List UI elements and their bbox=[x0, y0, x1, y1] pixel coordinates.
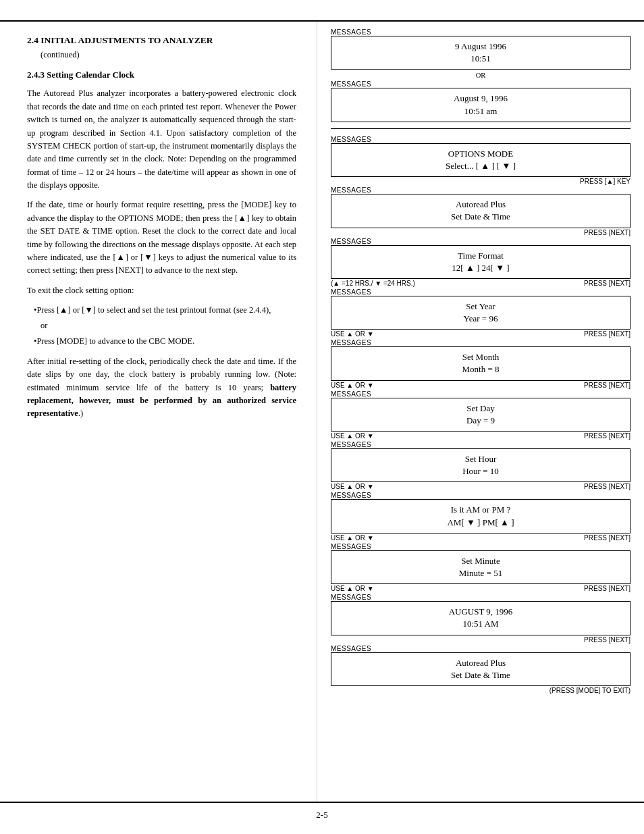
display-group-9: MESSAGESAUGUST 9, 199610:51 AMPRESS [NEX… bbox=[331, 594, 630, 643]
display-group-8: MESSAGESSet MinuteMinute = 51USE ▲ OR ▼P… bbox=[331, 543, 630, 592]
page: 2.4 INITIAL ADJUSTMENTS TO ANALYZER (con… bbox=[0, 0, 644, 834]
use-label-2: (▲ =12 HRS./ ▼ =24 HRS.) bbox=[331, 280, 415, 287]
left-column: 2.4 INITIAL ADJUSTMENTS TO ANALYZER (con… bbox=[0, 22, 317, 802]
press-label-7: PRESS [NEXT] bbox=[584, 534, 630, 542]
messages-label-main-7: MESSAGES bbox=[331, 492, 630, 499]
messages-label-2: MESSAGES bbox=[331, 80, 630, 88]
display-box-1: 9 August 1996 10:51 bbox=[331, 36, 630, 70]
press-label-5: PRESS [NEXT] bbox=[584, 432, 630, 440]
messages-label-main-10: MESSAGES bbox=[331, 645, 630, 652]
messages-label-main-5: MESSAGES bbox=[331, 390, 630, 398]
after-label-4: USE ▲ OR ▼PRESS [NEXT] bbox=[331, 382, 630, 389]
after-label-6: USE ▲ OR ▼PRESS [NEXT] bbox=[331, 483, 630, 490]
display-group-6: MESSAGESSet HourHour = 10USE ▲ OR ▼PRESS… bbox=[331, 441, 630, 490]
display-box-main-4: Set MonthMonth = 8 bbox=[331, 346, 630, 380]
bullet1: •Press [▲] or [▼] to select and set the … bbox=[34, 304, 296, 317]
display-group-0: MESSAGESOPTIONS MODESelect... [ ▲ ] [ ▼ … bbox=[331, 136, 630, 185]
or1: or bbox=[41, 321, 296, 331]
continued-label: (continued) bbox=[41, 49, 296, 61]
display-box-main-5: Set DayDay = 9 bbox=[331, 398, 630, 432]
use-label-7: USE ▲ OR ▼ bbox=[331, 534, 374, 542]
paragraph2: If the date, time or hourly format requi… bbox=[27, 199, 296, 277]
press-label-6: PRESS [NEXT] bbox=[584, 483, 630, 490]
display-box-main-8: Set MinuteMinute = 51 bbox=[331, 550, 630, 584]
messages-label-main-3: MESSAGES bbox=[331, 288, 630, 296]
top-displays: MESSAGES 9 August 1996 10:51 OR MESSAGES… bbox=[331, 28, 630, 123]
press-label-4: PRESS [NEXT] bbox=[584, 382, 630, 389]
display-group-5: MESSAGESSet DayDay = 9USE ▲ OR ▼PRESS [N… bbox=[331, 390, 630, 440]
display-box-2: August 9, 1996 10:51 am bbox=[331, 88, 630, 122]
press-label-2: PRESS [NEXT] bbox=[584, 280, 630, 287]
page-number: 2-5 bbox=[316, 810, 327, 820]
messages-label-main-0: MESSAGES bbox=[331, 136, 630, 143]
page-footer: 2-5 bbox=[0, 803, 644, 820]
messages-label-main-8: MESSAGES bbox=[331, 543, 630, 550]
display-group-10: MESSAGESAutoread PlusSet Date & Time(PRE… bbox=[331, 645, 630, 694]
display-items-container: MESSAGESOPTIONS MODESelect... [ ▲ ] [ ▼ … bbox=[331, 136, 630, 694]
right-main-section: MESSAGESOPTIONS MODESelect... [ ▲ ] [ ▼ … bbox=[331, 134, 630, 694]
after-label-3: USE ▲ OR ▼PRESS [NEXT] bbox=[331, 330, 630, 338]
display-box-main-10: Autoread PlusSet Date & Time bbox=[331, 652, 630, 686]
display-box-main-0: OPTIONS MODESelect... [ ▲ ] [ ▼ ] bbox=[331, 143, 630, 177]
after-label-8: USE ▲ OR ▼PRESS [NEXT] bbox=[331, 585, 630, 592]
press-label-3: PRESS [NEXT] bbox=[584, 330, 630, 338]
use-label-5: USE ▲ OR ▼ bbox=[331, 432, 374, 440]
after-label-1: PRESS [NEXT] bbox=[331, 229, 630, 236]
content-area: 2.4 INITIAL ADJUSTMENTS TO ANALYZER (con… bbox=[0, 20, 644, 803]
after-label-0: PRESS [▲] KEY bbox=[331, 178, 630, 185]
display-group-7: MESSAGESIs it AM or PM ?AM[ ▼ ] PM[ ▲ ]U… bbox=[331, 492, 630, 541]
paragraph1: The Autoread Plus analyzer incorporates … bbox=[27, 87, 296, 192]
messages-label-main-1: MESSAGES bbox=[331, 186, 630, 194]
press-label-8: PRESS [NEXT] bbox=[584, 585, 630, 592]
display-box-main-9: AUGUST 9, 199610:51 AM bbox=[331, 601, 630, 635]
display-box-main-7: Is it AM or PM ?AM[ ▼ ] PM[ ▲ ] bbox=[331, 499, 630, 533]
right-column: MESSAGES 9 August 1996 10:51 OR MESSAGES… bbox=[317, 22, 644, 802]
display-box-main-6: Set HourHour = 10 bbox=[331, 448, 630, 482]
use-label-6: USE ▲ OR ▼ bbox=[331, 483, 374, 490]
after-label-10: (PRESS [MODE] TO EXIT) bbox=[331, 687, 630, 694]
use-label-4: USE ▲ OR ▼ bbox=[331, 382, 374, 389]
messages-label-main-6: MESSAGES bbox=[331, 441, 630, 448]
after-label-7: USE ▲ OR ▼PRESS [NEXT] bbox=[331, 534, 630, 542]
display-box-main-2: Time Format12[ ▲ ] 24[ ▼ ] bbox=[331, 245, 630, 279]
after-label-2: (▲ =12 HRS./ ▼ =24 HRS.)PRESS [NEXT] bbox=[331, 280, 630, 287]
display-group-2: MESSAGESTime Format12[ ▲ ] 24[ ▼ ](▲ =12… bbox=[331, 238, 630, 287]
section-title: 2.4 INITIAL ADJUSTMENTS TO ANALYZER bbox=[27, 35, 296, 46]
paragraph3: To exit the clock setting option: bbox=[27, 284, 296, 297]
messages-label-main-9: MESSAGES bbox=[331, 594, 630, 601]
bullet2: •Press [MODE] to advance to the CBC MODE… bbox=[34, 335, 296, 348]
or-label: OR bbox=[331, 72, 630, 79]
use-label-8: USE ▲ OR ▼ bbox=[331, 585, 374, 592]
display-group-4: MESSAGESSet MonthMonth = 8USE ▲ OR ▼PRES… bbox=[331, 339, 630, 388]
paragraph4: After initial re-setting of the clock, p… bbox=[27, 355, 296, 421]
display-group-1: MESSAGESAutoread PlusSet Date & TimePRES… bbox=[331, 186, 630, 236]
after-label-9: PRESS [NEXT] bbox=[331, 636, 630, 644]
subsection-title: 2.4.3 Setting Calendar Clock bbox=[27, 70, 296, 80]
messages-label-1: MESSAGES bbox=[331, 28, 630, 36]
messages-label-main-2: MESSAGES bbox=[331, 238, 630, 245]
messages-label-main-4: MESSAGES bbox=[331, 339, 630, 346]
display-box-main-3: Set YearYear = 96 bbox=[331, 296, 630, 330]
display-group-3: MESSAGESSet YearYear = 96USE ▲ OR ▼PRESS… bbox=[331, 288, 630, 338]
after-label-5: USE ▲ OR ▼PRESS [NEXT] bbox=[331, 432, 630, 440]
display-box-main-1: Autoread PlusSet Date & Time bbox=[331, 194, 630, 228]
use-label-3: USE ▲ OR ▼ bbox=[331, 330, 374, 338]
right-top-section: MESSAGES 9 August 1996 10:51 OR MESSAGES… bbox=[331, 28, 630, 129]
